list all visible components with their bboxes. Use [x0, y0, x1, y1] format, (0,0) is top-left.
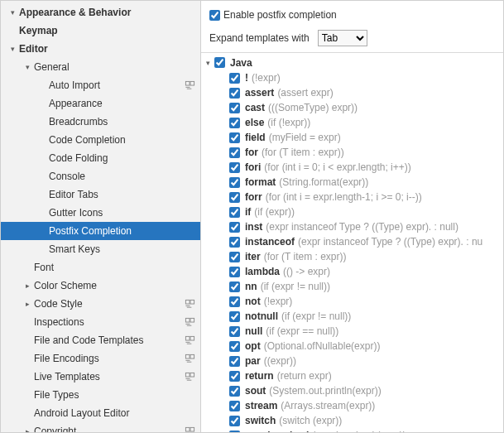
template-row-instanceof[interactable]: instanceof (expr instanceof Type ? ((Typ…	[201, 234, 503, 249]
template-row-inst[interactable]: inst (expr instanceof Type ? ((Type) exp…	[201, 219, 503, 234]
template-key: cast	[245, 102, 265, 113]
sidebar-item-android-layout-editor[interactable]: Android Layout Editor	[1, 404, 200, 422]
template-checkbox[interactable]	[229, 267, 240, 277]
template-row-format[interactable]: format (String.format(expr))	[201, 175, 503, 190]
sidebar-item-inspections[interactable]: Inspections	[1, 313, 200, 331]
template-checkbox[interactable]	[229, 162, 240, 173]
template-checkbox[interactable]	[229, 192, 240, 203]
template-row-[interactable]: ! (!expr)	[201, 70, 503, 85]
template-checkbox[interactable]	[229, 207, 240, 218]
template-checkbox[interactable]	[229, 88, 240, 99]
sidebar-item-copyright[interactable]: ▸Copyright	[1, 422, 200, 432]
template-checkbox[interactable]	[229, 416, 240, 426]
template-row-if[interactable]: if (if (expr))	[201, 204, 503, 219]
template-checkbox[interactable]	[229, 371, 240, 382]
template-row-assert[interactable]: assert (assert expr)	[201, 85, 503, 100]
template-checkbox[interactable]	[229, 431, 240, 433]
template-row-sout[interactable]: sout (System.out.println(expr))	[201, 383, 503, 398]
template-checkbox[interactable]	[229, 237, 240, 248]
template-row-lambda[interactable]: lambda (() -> expr)	[201, 264, 503, 279]
sidebar-item-code-folding[interactable]: Code Folding	[1, 149, 200, 167]
template-row-forr[interactable]: forr (for (int i = expr.length-1; i >= 0…	[201, 190, 503, 204]
template-checkbox[interactable]	[229, 252, 240, 262]
template-checkbox[interactable]	[229, 356, 240, 367]
language-checkbox[interactable]	[214, 57, 225, 68]
template-checkbox[interactable]	[229, 147, 240, 158]
sidebar-item-code-style[interactable]: ▸Code Style	[1, 295, 200, 313]
chevron-down-icon[interactable]: ▾	[22, 63, 32, 71]
sidebar-item-appearance-behavior[interactable]: ▾Appearance & Behavior	[1, 3, 200, 22]
sidebar-item-console[interactable]: Console	[1, 167, 200, 185]
sidebar-item-postfix-completion[interactable]: Postfix Completion	[1, 222, 200, 240]
template-checkbox[interactable]	[229, 118, 240, 128]
settings-sidebar[interactable]: ▾Appearance & BehaviorKeymap▾Editor▾Gene…	[1, 1, 201, 432]
enable-postfix-label[interactable]: Enable postfix completion	[223, 9, 337, 21]
sidebar-item-gutter-icons[interactable]: Gutter Icons	[1, 204, 200, 222]
template-row-not[interactable]: not (!expr)	[201, 294, 503, 309]
template-row-null[interactable]: null (if (expr == null))	[201, 324, 503, 339]
expand-with-select[interactable]: Tab	[318, 30, 367, 46]
sidebar-item-file-encodings[interactable]: File Encodings	[1, 349, 200, 368]
template-row-par[interactable]: par ((expr))	[201, 354, 503, 368]
sidebar-item-font[interactable]: Font	[1, 258, 200, 277]
template-row-switch[interactable]: switch (switch (expr))	[201, 413, 503, 428]
template-checkbox[interactable]	[229, 386, 240, 397]
language-node-java[interactable]: ▾ Java	[201, 55, 503, 70]
scope-icon	[184, 316, 195, 328]
template-row-notnull[interactable]: notnull (if (expr != null))	[201, 309, 503, 324]
sidebar-item-color-scheme[interactable]: ▸Color Scheme	[1, 277, 200, 295]
template-row-fori[interactable]: fori (for (int i = 0; i < expr.length; i…	[201, 160, 503, 175]
template-checkbox[interactable]	[229, 401, 240, 411]
sidebar-item-label: Smart Keys	[47, 243, 195, 255]
template-row-iter[interactable]: iter (for (T item : expr))	[201, 249, 503, 264]
template-checkbox[interactable]	[229, 222, 240, 233]
template-row-return[interactable]: return (return expr)	[201, 368, 503, 383]
template-row-synchronized[interactable]: synchronized (synchronized (expr))	[201, 428, 503, 432]
templates-tree[interactable]: ▾ Java ! (!expr)assert (assert expr)cast…	[201, 52, 503, 432]
template-desc: (if (expr == null))	[266, 325, 338, 337]
template-checkbox[interactable]	[229, 341, 240, 352]
sidebar-item-appearance[interactable]: Appearance	[1, 94, 200, 113]
svg-rect-1	[190, 81, 194, 85]
template-key: stream	[245, 400, 277, 411]
sidebar-item-keymap[interactable]: Keymap	[1, 22, 200, 40]
template-row-stream[interactable]: stream (Arrays.stream(expr))	[201, 398, 503, 413]
template-checkbox[interactable]	[229, 103, 240, 113]
chevron-right-icon[interactable]: ▸	[22, 427, 32, 432]
chevron-down-icon[interactable]: ▾	[7, 45, 17, 53]
template-row-for[interactable]: for (for (T item : expr))	[201, 145, 503, 160]
template-checkbox[interactable]	[229, 281, 240, 292]
svg-rect-5	[190, 318, 194, 322]
template-desc: (for (int i = 0; i < expr.length; i++))	[264, 161, 410, 173]
sidebar-item-smart-keys[interactable]: Smart Keys	[1, 240, 200, 258]
chevron-right-icon[interactable]: ▸	[22, 281, 32, 290]
chevron-right-icon[interactable]: ▸	[22, 300, 32, 308]
template-row-nn[interactable]: nn (if (expr != null))	[201, 279, 503, 294]
template-row-opt[interactable]: opt (Optional.ofNullable(expr))	[201, 339, 503, 354]
sidebar-item-live-templates[interactable]: Live Templates	[1, 368, 200, 386]
chevron-down-icon[interactable]: ▾	[7, 8, 17, 17]
template-desc: (Arrays.stream(expr))	[281, 400, 375, 411]
sidebar-item-auto-import[interactable]: Auto Import	[1, 76, 200, 94]
template-checkbox[interactable]	[229, 73, 240, 84]
sidebar-item-label: Android Layout Editor	[32, 407, 195, 419]
template-checkbox[interactable]	[229, 177, 240, 188]
sidebar-item-editor-tabs[interactable]: Editor Tabs	[1, 185, 200, 204]
template-checkbox[interactable]	[229, 296, 240, 307]
template-row-cast[interactable]: cast (((SomeType) expr))	[201, 100, 503, 115]
sidebar-item-file-and-code-templates[interactable]: File and Code Templates	[1, 331, 200, 349]
template-checkbox[interactable]	[229, 311, 240, 322]
template-row-else[interactable]: else (if (!expr))	[201, 115, 503, 130]
settings-main: Enable postfix completion Expand templat…	[201, 1, 503, 432]
svg-rect-8	[185, 354, 190, 358]
sidebar-item-editor[interactable]: ▾Editor	[1, 40, 200, 58]
sidebar-item-breadcrumbs[interactable]: Breadcrumbs	[1, 113, 200, 131]
template-checkbox[interactable]	[229, 132, 240, 143]
sidebar-item-general[interactable]: ▾General	[1, 58, 200, 76]
enable-postfix-checkbox[interactable]	[209, 10, 220, 21]
template-row-field[interactable]: field (myField = expr)	[201, 130, 503, 145]
sidebar-item-file-types[interactable]: File Types	[1, 386, 200, 404]
sidebar-item-code-completion[interactable]: Code Completion	[1, 131, 200, 149]
chevron-down-icon[interactable]: ▾	[203, 59, 213, 67]
template-checkbox[interactable]	[229, 326, 240, 337]
